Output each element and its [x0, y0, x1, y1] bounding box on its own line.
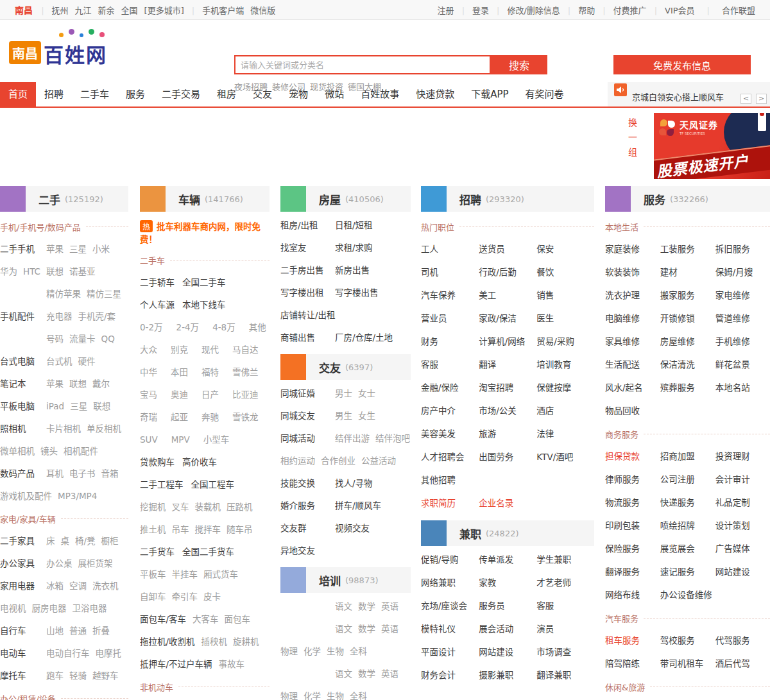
category-link[interactable]: 普通 — [69, 626, 87, 636]
topbar-user-link[interactable]: 修改/删除信息 — [507, 6, 560, 15]
category-label-link[interactable]: 数码产品 — [0, 468, 46, 480]
category-link[interactable]: 家政/保洁 — [479, 312, 536, 325]
category-link[interactable]: 全科 — [350, 646, 367, 656]
category-link[interactable]: 桌 — [61, 536, 70, 546]
category-link[interactable]: 保安 — [536, 243, 594, 255]
category-link[interactable]: 台式机 — [46, 356, 73, 366]
category-link[interactable]: 广告媒体 — [715, 543, 770, 555]
category-link[interactable]: 语文 — [335, 624, 352, 634]
category-link[interactable]: 贷款购车 — [140, 457, 175, 467]
category-link[interactable]: 厂房/仓库/土地 — [335, 332, 393, 343]
category-link[interactable]: 联想 — [46, 266, 64, 277]
category-label-link[interactable]: 照相机 — [0, 423, 46, 435]
category-link[interactable]: 男生 — [335, 411, 352, 421]
category-link[interactable]: 鲜花盆景 — [715, 359, 770, 371]
category-link[interactable]: 家庭装修 — [605, 243, 660, 255]
category-link[interactable]: 美容美发 — [421, 428, 479, 440]
category-link[interactable]: 平板车 — [140, 569, 166, 579]
category-link[interactable]: 会计审计 — [715, 474, 770, 486]
category-label-link[interactable]: 办公家具 — [0, 558, 46, 570]
category-link[interactable]: 宝马 — [140, 389, 157, 400]
category-link[interactable]: 送货员 — [479, 243, 536, 255]
change-group-link[interactable]: 换一组 — [626, 118, 638, 162]
topbar-mobile-link[interactable]: 微信版 — [250, 6, 275, 15]
category-link[interactable]: 本田 — [171, 367, 188, 377]
category-link[interactable]: 手机壳/套 — [78, 311, 116, 321]
category-link[interactable]: 财务会计 — [421, 669, 479, 681]
category-link[interactable]: 物品回收 — [605, 405, 660, 417]
category-link[interactable]: 手机维修 — [715, 336, 770, 348]
category-link[interactable]: 越野车 — [92, 670, 119, 681]
category-link[interactable]: 软装装饰 — [605, 266, 660, 278]
category-link[interactable]: 促销/导购 — [421, 554, 479, 566]
category-link[interactable]: 比亚迪 — [232, 389, 259, 400]
category-link[interactable]: 洗衣机 — [92, 581, 119, 591]
category-link[interactable]: 相机配件 — [64, 446, 98, 456]
category-link[interactable]: 雪铁龙 — [232, 412, 259, 422]
category-link[interactable]: 镜头 — [40, 446, 58, 456]
category-link[interactable]: 殡葬服务 — [660, 382, 715, 394]
category-link[interactable]: 英语 — [381, 601, 398, 611]
category-link[interactable]: 摄影兼职 — [479, 669, 536, 681]
category-link[interactable]: 折叠 — [92, 626, 110, 636]
category-link[interactable]: 工装服务 — [660, 243, 715, 255]
category-link[interactable]: 销售 — [536, 289, 594, 302]
category-link[interactable]: 展柜货架 — [78, 558, 113, 568]
category-link[interactable]: 精仿苹果 — [46, 289, 81, 299]
category-link[interactable]: 网站建设 — [479, 646, 536, 658]
category-link[interactable]: 厢式货车 — [203, 569, 238, 579]
securities-ad-banner[interactable]: 天风证券 TF SECURITIES 股票极速开户 — [654, 113, 770, 179]
category-title-link[interactable]: 交友 — [319, 359, 341, 375]
category-label-link[interactable]: 技能交换 — [280, 477, 335, 490]
category-link[interactable]: 女士 — [358, 388, 375, 398]
announcement-link[interactable]: 京城白领安心搭上顺风车 — [632, 90, 724, 103]
category-link[interactable]: 拆旧服务 — [715, 243, 770, 255]
category-title-link[interactable]: 培训 — [319, 572, 341, 588]
category-link[interactable]: 别克 — [171, 345, 188, 355]
category-link[interactable]: 数学 — [358, 669, 375, 679]
topbar-user-link[interactable]: 合作联盟 — [722, 6, 755, 15]
category-link[interactable]: 物理 — [280, 646, 298, 656]
category-link[interactable]: 全国工程车 — [191, 479, 235, 490]
current-city-link[interactable]: 南昌 — [15, 5, 33, 15]
category-link[interactable]: 演员 — [536, 623, 594, 635]
category-link[interactable]: 代驾服务 — [715, 635, 770, 647]
category-link[interactable]: 生物 — [327, 691, 344, 700]
category-link[interactable]: KTV/酒吧 — [536, 451, 594, 463]
category-link[interactable]: 金融/保险 — [421, 382, 479, 394]
category-label-link[interactable]: 抵押车/不过户车辆 — [140, 659, 212, 669]
category-link[interactable]: 人才招聘会 — [421, 451, 479, 463]
category-label-link[interactable]: 拖拉机/收割机 — [140, 636, 195, 647]
category-link[interactable]: 事故车 — [219, 659, 245, 669]
category-link[interactable]: 压路机 — [227, 502, 253, 512]
category-link[interactable]: 推土机 — [140, 524, 166, 534]
topbar-user-link[interactable]: 帮助 — [578, 6, 595, 15]
category-link[interactable]: 客服 — [421, 359, 479, 371]
category-link[interactable]: 旋耕机 — [233, 636, 259, 647]
category-link[interactable]: 财务 — [421, 336, 479, 348]
category-link[interactable]: 家电维修 — [715, 289, 770, 302]
category-link[interactable]: 服务员 — [479, 600, 536, 612]
topbar-user-link[interactable]: 付费推广 — [613, 6, 647, 15]
category-label-link[interactable]: 二手手机 — [0, 243, 46, 255]
category-link[interactable]: 华为 — [0, 266, 17, 277]
category-link[interactable]: 市场/公关 — [479, 405, 536, 417]
category-link[interactable]: 洗衣护理 — [605, 289, 660, 302]
category-label-link[interactable]: 台式电脑 — [0, 355, 46, 368]
category-link[interactable]: 奔驰 — [201, 412, 219, 422]
category-link[interactable]: 新房出售 — [335, 265, 370, 275]
category-link[interactable]: 带司机租车 — [660, 658, 715, 670]
category-link[interactable]: 学生兼职 — [536, 554, 594, 566]
nav-item[interactable]: 二手车 — [72, 82, 117, 107]
category-link[interactable]: 联想 — [69, 379, 87, 389]
nav-item[interactable]: 首页 — [0, 82, 36, 107]
category-link[interactable]: 椅/凳 — [75, 536, 96, 546]
category-link[interactable]: 印刷包装 — [605, 520, 660, 532]
category-link[interactable]: 跑车 — [46, 670, 64, 681]
category-link[interactable]: 男士 — [335, 388, 352, 398]
category-link[interactable]: 日租/短租 — [335, 220, 373, 230]
category-link[interactable]: 女生 — [358, 411, 375, 421]
category-link[interactable]: 企业名录 — [479, 497, 536, 509]
topbar-city-link[interactable]: 九江 — [75, 6, 92, 15]
category-link[interactable]: 吊车 — [172, 524, 189, 534]
